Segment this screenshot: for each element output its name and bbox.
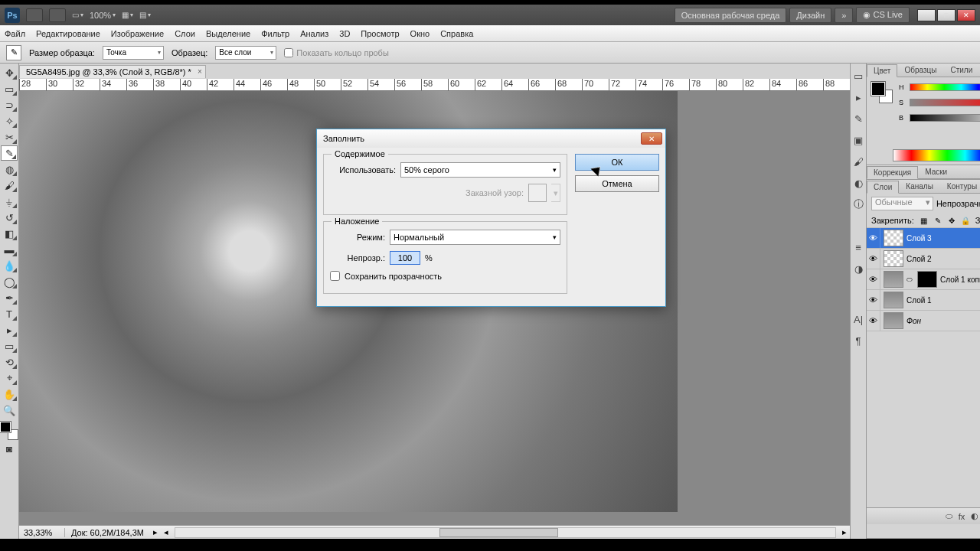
cancel-button[interactable]: Отмена (575, 175, 659, 192)
tab-close-icon[interactable]: × (198, 67, 202, 76)
eraser-tool[interactable]: ◧ (1, 226, 18, 241)
visibility-icon[interactable]: 👁 (867, 269, 880, 289)
layer-name[interactable]: Слой 1 (906, 296, 980, 305)
menu-window[interactable]: Окно (410, 29, 430, 38)
scrollbar-horizontal[interactable] (175, 527, 836, 538)
workspace-design-button[interactable]: Дизайн (789, 8, 831, 23)
doc-info[interactable]: Док: 60,2M/184,3M (65, 528, 150, 537)
layer-row[interactable]: 👁Слой 3 (867, 228, 980, 249)
info-panel-icon[interactable]: ⓘ (851, 197, 866, 212)
dodge-tool[interactable]: ◯ (1, 274, 18, 289)
path-tool[interactable]: ▸ (1, 322, 18, 337)
layer-row[interactable]: 👁Фон🔒 (867, 311, 980, 331)
layer-thumb[interactable] (884, 292, 903, 308)
link-icon[interactable]: ⬭ (906, 276, 914, 284)
heal-tool[interactable]: ◍ (1, 161, 18, 177)
lock-transparency-icon[interactable]: ▦ (919, 215, 929, 226)
layer-name[interactable]: Слой 1 копия (940, 276, 980, 284)
quickmask-toggle[interactable]: ◙ (1, 441, 18, 456)
menu-analysis[interactable]: Анализ (300, 29, 328, 38)
panel-color-swatches[interactable] (871, 82, 893, 103)
tab-masks[interactable]: Маски (918, 165, 954, 178)
zoom-selector[interactable]: 100%▾ (90, 11, 116, 20)
ok-button[interactable]: ОК (575, 154, 659, 171)
workspace-main-button[interactable]: Основная рабочая среда (675, 8, 787, 23)
use-dropdown[interactable]: 50% серого (400, 162, 560, 178)
sat-slider[interactable] (910, 99, 980, 106)
3d-camera-tool[interactable]: ⌖ (1, 370, 18, 386)
swatches-panel-icon[interactable]: ◐ (851, 175, 866, 191)
layer-name[interactable]: Слой 2 (906, 255, 980, 263)
layer-thumb[interactable] (884, 312, 903, 329)
hue-slider[interactable] (910, 83, 980, 91)
workspace-more-button[interactable]: » (835, 8, 853, 23)
bri-slider[interactable] (910, 114, 980, 122)
menu-select[interactable]: Выделение (206, 29, 250, 38)
lasso-tool[interactable]: ⊃ (1, 97, 18, 112)
screen-mode-selector[interactable]: ▭▾ (72, 11, 83, 19)
eyedropper-tool[interactable]: ✎ (1, 145, 18, 161)
paragraph-panel-icon[interactable]: ¶ (851, 333, 866, 348)
document-tab[interactable]: 5G5A8495.jpg @ 33,3% (Слой 3, RGB/8*) *× (19, 65, 206, 78)
gradient-tool[interactable]: ▬ (1, 242, 18, 257)
tab-adjustments[interactable]: Коррекция (867, 166, 918, 179)
tab-paths[interactable]: Контуры (940, 180, 980, 193)
menu-view[interactable]: Просмотр (361, 29, 399, 38)
mask-thumb[interactable] (917, 271, 937, 288)
layer-name[interactable]: Фон (906, 317, 980, 325)
menu-edit[interactable]: Редактирование (36, 29, 100, 38)
opacity-input[interactable] (390, 251, 420, 265)
extras-selector[interactable]: ▤▾ (139, 11, 151, 19)
layer-mask-icon[interactable]: ◐ (971, 511, 978, 521)
eyedropper-tool-icon[interactable]: ✎ (6, 45, 21, 60)
minibridge-icon[interactable] (49, 8, 66, 22)
marquee-tool[interactable]: ▭ (1, 81, 18, 96)
history-panel-icon[interactable]: ▭ (851, 68, 866, 83)
preserve-transparency-checkbox[interactable] (330, 271, 340, 281)
dialog-close-button[interactable]: ✕ (641, 132, 662, 145)
minimize-button[interactable]: — (917, 9, 936, 21)
menu-help[interactable]: Справка (440, 29, 473, 38)
link-layers-icon[interactable]: ⬭ (946, 511, 952, 521)
character-panel-icon[interactable]: A| (851, 311, 866, 327)
zoom-field[interactable]: 33,33% (19, 528, 65, 537)
tab-styles[interactable]: Стили (943, 64, 979, 77)
wand-tool[interactable]: ✧ (1, 113, 18, 129)
stamp-tool[interactable]: ⏚ (1, 194, 18, 209)
tab-channels[interactable]: Каналы (899, 180, 940, 193)
arrange-selector[interactable]: ▦▾ (122, 11, 133, 19)
tab-color[interactable]: Цвет (867, 64, 897, 77)
blend-mode-dropdown[interactable]: Обычные (871, 197, 933, 210)
menu-3d[interactable]: 3D (339, 29, 350, 38)
layer-row[interactable]: 👁⬭Слой 1 копия (867, 269, 980, 290)
bridge-icon[interactable] (26, 8, 43, 22)
history-brush-tool[interactable]: ↺ (1, 210, 18, 225)
sample-size-dropdown[interactable]: Точка (103, 46, 164, 60)
brush-tool[interactable]: 🖌 (1, 178, 18, 193)
hand-tool[interactable]: ✋ (1, 386, 18, 402)
layer-row[interactable]: 👁Слой 2 (867, 249, 980, 269)
3d-tool[interactable]: ⟲ (1, 354, 18, 370)
zoom-tool[interactable]: 🔍 (1, 403, 18, 418)
visibility-icon[interactable]: 👁 (867, 290, 880, 310)
menu-filter[interactable]: Фильтр (261, 29, 289, 38)
adjustments-icon[interactable]: ◑ (851, 261, 866, 276)
mode-dropdown[interactable]: Нормальный (390, 230, 560, 245)
maximize-button[interactable]: □ (937, 9, 956, 21)
cslive-button[interactable]: ◉ CS Live (856, 7, 910, 23)
show-ring-checkbox[interactable]: Показать кольцо пробы (284, 48, 389, 57)
layer-thumb[interactable] (884, 250, 903, 267)
actions-panel-icon[interactable]: ▸ (851, 90, 866, 105)
lock-all-icon[interactable]: 🔒 (960, 215, 971, 226)
shape-tool[interactable]: ▭ (1, 338, 18, 354)
sample-dropdown[interactable]: Все слои (215, 46, 276, 60)
color-swatches[interactable] (0, 422, 18, 440)
menu-layer[interactable]: Слои (175, 29, 195, 38)
layer-name[interactable]: Слой 3 (906, 234, 980, 243)
visibility-icon[interactable]: 👁 (867, 228, 880, 248)
foreground-swatch[interactable] (0, 422, 11, 432)
tab-swatches[interactable]: Образцы (897, 64, 943, 77)
close-button[interactable]: ✕ (957, 9, 975, 21)
layers-group-icon[interactable]: ≡ (851, 240, 866, 255)
blur-tool[interactable]: 💧 (1, 258, 18, 273)
